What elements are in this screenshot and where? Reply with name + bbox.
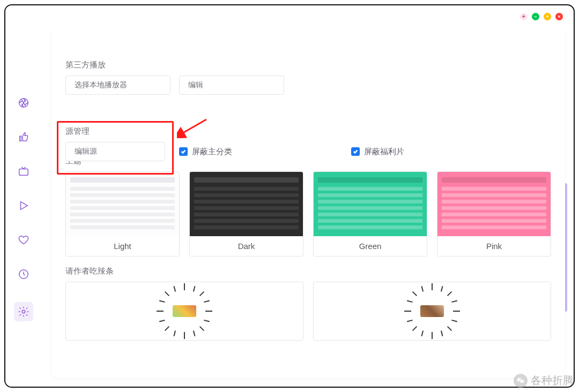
aperture-icon	[18, 97, 29, 109]
theme-preview-green	[314, 172, 427, 236]
checkbox-icon	[179, 147, 188, 156]
sidebar-item-play[interactable]	[17, 199, 30, 212]
theme-dark-label: Dark	[190, 236, 303, 256]
select-player-label: 选择本地播放器	[75, 80, 127, 90]
svg-point-3	[22, 310, 25, 313]
svg-line-31	[407, 320, 412, 322]
theme-green-label: Green	[314, 236, 427, 256]
theme-section: 主题 Light Dark	[65, 156, 551, 257]
sidebar-item-recommend[interactable]	[17, 131, 30, 144]
svg-line-26	[413, 327, 417, 331]
svg-line-13	[194, 286, 195, 291]
svg-line-34	[422, 330, 424, 336]
maximize-glyph: +	[546, 14, 548, 19]
svg-line-14	[159, 301, 165, 303]
theme-pink-label: Pink	[437, 236, 551, 256]
settings-panel: 第三方播放 选择本地播放器 编辑 源管理 编辑源 屏蔽主分类	[51, 28, 565, 378]
theme-option-light[interactable]: Light	[65, 171, 180, 257]
svg-line-10	[165, 327, 169, 331]
svg-line-28	[422, 286, 424, 291]
close-button[interactable]: ×	[555, 13, 563, 20]
edit-source-label: 编辑源	[75, 147, 97, 156]
svg-line-15	[159, 320, 165, 322]
svg-line-29	[441, 286, 443, 291]
svg-line-17	[204, 320, 209, 322]
close-glyph: ×	[558, 14, 560, 19]
theme-preview-dark	[190, 172, 303, 236]
theme-option-dark[interactable]: Dark	[189, 171, 303, 257]
theme-preview-light	[66, 172, 179, 236]
window-controls: ✦ − + ×	[520, 13, 563, 20]
svg-line-8	[165, 292, 169, 296]
thumbs-up-icon	[18, 131, 29, 143]
svg-line-35	[441, 330, 443, 336]
svg-line-32	[451, 301, 457, 303]
svg-line-27	[448, 327, 452, 331]
minimize-glyph: −	[534, 14, 537, 19]
third-party-section: 第三方播放 选择本地播放器 编辑	[65, 60, 551, 95]
qr-code-icon	[150, 282, 219, 341]
minimize-button[interactable]: −	[532, 13, 539, 20]
sidebar-item-favorites[interactable]	[17, 233, 30, 246]
edit-player-label: 编辑	[188, 80, 203, 90]
gear-icon	[18, 306, 29, 318]
block-welfare-label: 屏蔽福利片	[364, 147, 404, 157]
select-player-button[interactable]: 选择本地播放器	[65, 76, 170, 95]
svg-line-19	[194, 330, 195, 336]
svg-line-24	[413, 292, 417, 296]
theme-preview-pink	[437, 172, 551, 236]
donate-qr-2	[313, 282, 551, 341]
svg-rect-1	[19, 169, 28, 175]
tv-icon	[18, 165, 29, 177]
donate-qr-1	[65, 282, 303, 341]
donate-section: 请作者吃辣条	[65, 266, 551, 341]
svg-line-9	[200, 292, 204, 296]
theme-light-label: Light	[66, 236, 179, 256]
heart-icon	[18, 234, 29, 246]
edit-source-button[interactable]: 编辑源	[65, 142, 165, 161]
checkbox-icon	[351, 147, 360, 156]
third-party-label: 第三方播放	[65, 60, 551, 70]
sidebar-item-settings[interactable]	[14, 302, 33, 321]
sidebar-item-history[interactable]	[17, 268, 30, 281]
sidebar	[5, 5, 42, 387]
edit-player-button[interactable]: 编辑	[179, 76, 284, 95]
donate-label: 请作者吃辣条	[65, 266, 551, 276]
maximize-button[interactable]: +	[544, 13, 551, 20]
clock-icon	[18, 268, 29, 280]
qr-code-icon	[397, 282, 467, 341]
block-main-category-label: 屏蔽主分类	[192, 147, 232, 157]
svg-line-16	[204, 301, 209, 303]
pin-button[interactable]: ✦	[520, 13, 528, 20]
svg-line-25	[448, 292, 452, 296]
source-mgmt-label: 源管理	[65, 126, 548, 137]
sidebar-item-discover[interactable]	[17, 96, 30, 109]
svg-line-33	[451, 320, 457, 322]
svg-line-11	[200, 327, 204, 331]
theme-option-green[interactable]: Green	[313, 171, 427, 257]
svg-line-18	[174, 330, 176, 336]
sidebar-item-tv[interactable]	[17, 165, 30, 178]
play-icon	[18, 200, 29, 212]
block-welfare-checkbox[interactable]: 屏蔽福利片	[351, 147, 404, 157]
theme-option-pink[interactable]: Pink	[437, 171, 551, 257]
svg-line-30	[407, 301, 412, 303]
source-mgmt-section: 源管理 编辑源 屏蔽主分类 屏蔽福利片	[65, 126, 548, 161]
app-window: ✦ − + × 第三方播放	[4, 4, 575, 388]
block-main-category-checkbox[interactable]: 屏蔽主分类	[179, 147, 232, 157]
svg-line-12	[174, 286, 176, 291]
